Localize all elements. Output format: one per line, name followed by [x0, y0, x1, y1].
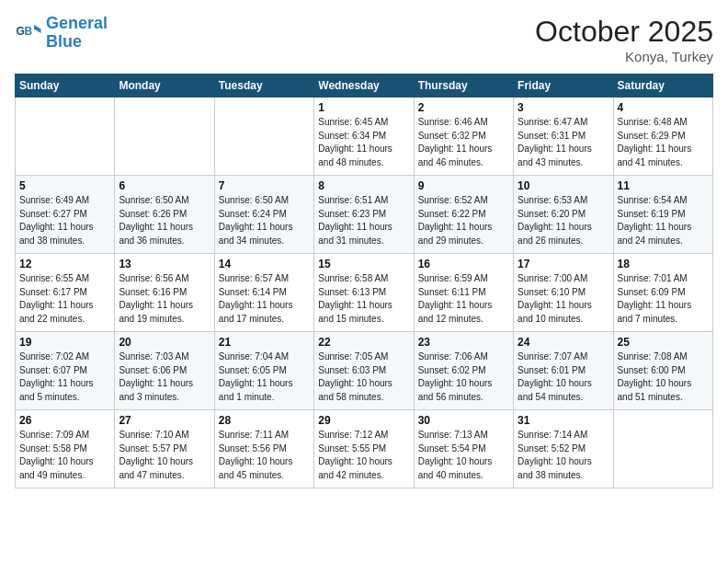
calendar-cell: 2Sunrise: 6:46 AM Sunset: 6:32 PM Daylig…	[414, 98, 513, 176]
logo-text: General Blue	[46, 15, 108, 52]
day-of-week-header: Tuesday	[214, 75, 313, 98]
day-info: Sunrise: 7:05 AM Sunset: 6:03 PM Dayligh…	[318, 350, 409, 404]
location-subtitle: Konya, Turkey	[535, 49, 713, 64]
day-info: Sunrise: 6:56 AM Sunset: 6:16 PM Dayligh…	[119, 272, 210, 326]
day-number: 15	[318, 258, 409, 270]
calendar-cell: 9Sunrise: 6:52 AM Sunset: 6:22 PM Daylig…	[414, 176, 513, 254]
day-info: Sunrise: 6:58 AM Sunset: 6:13 PM Dayligh…	[318, 272, 409, 326]
day-number: 3	[518, 101, 609, 114]
day-number: 5	[19, 179, 110, 192]
month-title: October 2025	[535, 15, 713, 49]
calendar-cell: 31Sunrise: 7:14 AM Sunset: 5:52 PM Dayli…	[514, 410, 613, 488]
day-info: Sunrise: 6:54 AM Sunset: 6:19 PM Dayligh…	[618, 194, 709, 247]
day-info: Sunrise: 6:47 AM Sunset: 6:31 PM Dayligh…	[518, 116, 609, 169]
day-of-week-header: Thursday	[414, 75, 513, 98]
day-info: Sunrise: 7:01 AM Sunset: 6:09 PM Dayligh…	[618, 272, 709, 326]
calendar-cell: 22Sunrise: 7:05 AM Sunset: 6:03 PM Dayli…	[314, 332, 414, 410]
day-number: 24	[518, 336, 609, 349]
day-number: 14	[219, 258, 310, 270]
day-info: Sunrise: 7:07 AM Sunset: 6:01 PM Dayligh…	[518, 350, 609, 404]
calendar-cell: 14Sunrise: 6:57 AM Sunset: 6:14 PM Dayli…	[214, 254, 313, 332]
day-info: Sunrise: 6:45 AM Sunset: 6:34 PM Dayligh…	[318, 116, 409, 169]
svg-marker-2	[34, 25, 41, 33]
day-number: 21	[219, 336, 310, 349]
day-number: 13	[119, 258, 210, 270]
day-number: 1	[318, 101, 409, 114]
day-info: Sunrise: 6:46 AM Sunset: 6:32 PM Dayligh…	[418, 116, 509, 169]
calendar-header-row: SundayMondayTuesdayWednesdayThursdayFrid…	[16, 75, 713, 98]
calendar-cell: 19Sunrise: 7:02 AM Sunset: 6:07 PM Dayli…	[16, 332, 115, 410]
calendar-week-row: 5Sunrise: 6:49 AM Sunset: 6:27 PM Daylig…	[16, 176, 713, 254]
day-number: 29	[318, 414, 409, 427]
calendar-cell: 4Sunrise: 6:48 AM Sunset: 6:29 PM Daylig…	[613, 98, 712, 176]
calendar-week-row: 12Sunrise: 6:55 AM Sunset: 6:17 PM Dayli…	[16, 254, 713, 332]
logo-line1: General	[46, 14, 108, 32]
calendar-cell: 16Sunrise: 6:59 AM Sunset: 6:11 PM Dayli…	[414, 254, 513, 332]
calendar-cell: 10Sunrise: 6:53 AM Sunset: 6:20 PM Dayli…	[514, 176, 613, 254]
day-info: Sunrise: 7:02 AM Sunset: 6:07 PM Dayligh…	[19, 350, 110, 404]
calendar-cell	[115, 98, 214, 176]
day-of-week-header: Sunday	[16, 75, 115, 98]
calendar-cell: 26Sunrise: 7:09 AM Sunset: 5:58 PM Dayli…	[16, 410, 115, 488]
day-info: Sunrise: 7:09 AM Sunset: 5:58 PM Dayligh…	[19, 429, 110, 482]
calendar-week-row: 26Sunrise: 7:09 AM Sunset: 5:58 PM Dayli…	[16, 410, 713, 488]
day-info: Sunrise: 6:52 AM Sunset: 6:22 PM Dayligh…	[418, 194, 509, 247]
day-of-week-header: Wednesday	[314, 75, 414, 98]
calendar-cell: 20Sunrise: 7:03 AM Sunset: 6:06 PM Dayli…	[115, 332, 214, 410]
day-number: 22	[318, 336, 409, 349]
day-info: Sunrise: 7:03 AM Sunset: 6:06 PM Dayligh…	[119, 350, 210, 404]
day-info: Sunrise: 7:06 AM Sunset: 6:02 PM Dayligh…	[418, 350, 509, 404]
day-info: Sunrise: 6:53 AM Sunset: 6:20 PM Dayligh…	[518, 194, 609, 247]
day-number: 23	[418, 336, 509, 349]
title-block: October 2025 Konya, Turkey	[535, 15, 713, 64]
day-info: Sunrise: 6:55 AM Sunset: 6:17 PM Dayligh…	[19, 272, 110, 326]
calendar-cell: 28Sunrise: 7:11 AM Sunset: 5:56 PM Dayli…	[214, 410, 313, 488]
day-info: Sunrise: 6:50 AM Sunset: 6:26 PM Dayligh…	[119, 194, 210, 247]
calendar-cell: 24Sunrise: 7:07 AM Sunset: 6:01 PM Dayli…	[514, 332, 613, 410]
day-info: Sunrise: 7:00 AM Sunset: 6:10 PM Dayligh…	[518, 272, 609, 326]
calendar-cell	[613, 410, 712, 488]
day-info: Sunrise: 7:13 AM Sunset: 5:54 PM Dayligh…	[418, 429, 509, 482]
calendar-cell	[16, 98, 115, 176]
calendar-cell: 6Sunrise: 6:50 AM Sunset: 6:26 PM Daylig…	[115, 176, 214, 254]
day-info: Sunrise: 7:11 AM Sunset: 5:56 PM Dayligh…	[219, 429, 310, 482]
day-number: 12	[19, 258, 110, 270]
logo-icon: G B	[15, 19, 42, 47]
day-number: 4	[618, 101, 709, 114]
day-number: 7	[219, 179, 310, 192]
day-of-week-header: Saturday	[613, 75, 712, 98]
svg-text:B: B	[25, 24, 33, 37]
day-info: Sunrise: 6:57 AM Sunset: 6:14 PM Dayligh…	[219, 272, 310, 326]
day-number: 19	[19, 336, 110, 349]
calendar-cell: 8Sunrise: 6:51 AM Sunset: 6:23 PM Daylig…	[314, 176, 414, 254]
calendar-cell: 21Sunrise: 7:04 AM Sunset: 6:05 PM Dayli…	[214, 332, 313, 410]
day-info: Sunrise: 6:48 AM Sunset: 6:29 PM Dayligh…	[618, 116, 709, 169]
page-header: G B General Blue October 2025 Konya, Tur…	[15, 15, 713, 64]
calendar-cell: 17Sunrise: 7:00 AM Sunset: 6:10 PM Dayli…	[514, 254, 613, 332]
day-number: 31	[518, 414, 609, 427]
day-number: 20	[119, 336, 210, 349]
calendar-cell: 30Sunrise: 7:13 AM Sunset: 5:54 PM Dayli…	[414, 410, 513, 488]
day-info: Sunrise: 7:12 AM Sunset: 5:55 PM Dayligh…	[318, 429, 409, 482]
day-of-week-header: Monday	[115, 75, 214, 98]
day-number: 2	[418, 101, 509, 114]
calendar-cell: 18Sunrise: 7:01 AM Sunset: 6:09 PM Dayli…	[613, 254, 712, 332]
calendar-cell: 5Sunrise: 6:49 AM Sunset: 6:27 PM Daylig…	[16, 176, 115, 254]
day-number: 9	[418, 179, 509, 192]
day-info: Sunrise: 6:50 AM Sunset: 6:24 PM Dayligh…	[219, 194, 310, 247]
day-number: 27	[119, 414, 210, 427]
calendar-cell: 27Sunrise: 7:10 AM Sunset: 5:57 PM Dayli…	[115, 410, 214, 488]
calendar-cell: 25Sunrise: 7:08 AM Sunset: 6:00 PM Dayli…	[613, 332, 712, 410]
day-of-week-header: Friday	[514, 75, 613, 98]
day-number: 6	[119, 179, 210, 192]
calendar-cell: 12Sunrise: 6:55 AM Sunset: 6:17 PM Dayli…	[16, 254, 115, 332]
day-number: 8	[318, 179, 409, 192]
day-info: Sunrise: 7:08 AM Sunset: 6:00 PM Dayligh…	[618, 350, 709, 404]
day-number: 18	[618, 258, 709, 270]
day-number: 26	[19, 414, 110, 427]
calendar-cell: 13Sunrise: 6:56 AM Sunset: 6:16 PM Dayli…	[115, 254, 214, 332]
calendar-table: SundayMondayTuesdayWednesdayThursdayFrid…	[15, 74, 713, 488]
calendar-cell: 7Sunrise: 6:50 AM Sunset: 6:24 PM Daylig…	[214, 176, 313, 254]
calendar-cell: 23Sunrise: 7:06 AM Sunset: 6:02 PM Dayli…	[414, 332, 513, 410]
day-info: Sunrise: 6:49 AM Sunset: 6:27 PM Dayligh…	[19, 194, 110, 247]
